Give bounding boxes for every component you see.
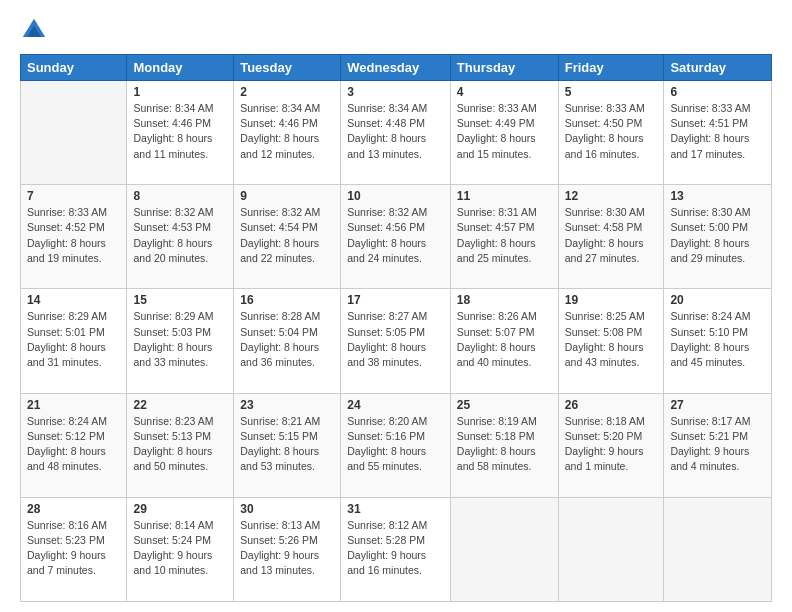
calendar-cell: 18Sunrise: 8:26 AM Sunset: 5:07 PM Dayli… — [450, 289, 558, 393]
calendar-cell: 11Sunrise: 8:31 AM Sunset: 4:57 PM Dayli… — [450, 185, 558, 289]
calendar-table: SundayMondayTuesdayWednesdayThursdayFrid… — [20, 54, 772, 602]
day-number: 4 — [457, 85, 552, 99]
day-number: 31 — [347, 502, 444, 516]
calendar-cell: 29Sunrise: 8:14 AM Sunset: 5:24 PM Dayli… — [127, 497, 234, 601]
day-number: 3 — [347, 85, 444, 99]
day-info: Sunrise: 8:18 AM Sunset: 5:20 PM Dayligh… — [565, 414, 658, 475]
calendar-cell: 1Sunrise: 8:34 AM Sunset: 4:46 PM Daylig… — [127, 81, 234, 185]
calendar-cell: 20Sunrise: 8:24 AM Sunset: 5:10 PM Dayli… — [664, 289, 772, 393]
day-number: 23 — [240, 398, 334, 412]
calendar-cell: 8Sunrise: 8:32 AM Sunset: 4:53 PM Daylig… — [127, 185, 234, 289]
day-number: 7 — [27, 189, 120, 203]
calendar-cell: 12Sunrise: 8:30 AM Sunset: 4:58 PM Dayli… — [558, 185, 664, 289]
calendar-cell: 13Sunrise: 8:30 AM Sunset: 5:00 PM Dayli… — [664, 185, 772, 289]
calendar-cell: 28Sunrise: 8:16 AM Sunset: 5:23 PM Dayli… — [21, 497, 127, 601]
day-info: Sunrise: 8:34 AM Sunset: 4:46 PM Dayligh… — [133, 101, 227, 162]
day-number: 22 — [133, 398, 227, 412]
day-number: 14 — [27, 293, 120, 307]
day-number: 27 — [670, 398, 765, 412]
calendar-cell: 9Sunrise: 8:32 AM Sunset: 4:54 PM Daylig… — [234, 185, 341, 289]
calendar-week-1: 1Sunrise: 8:34 AM Sunset: 4:46 PM Daylig… — [21, 81, 772, 185]
weekday-row: SundayMondayTuesdayWednesdayThursdayFrid… — [21, 55, 772, 81]
day-number: 10 — [347, 189, 444, 203]
calendar-cell — [558, 497, 664, 601]
day-number: 26 — [565, 398, 658, 412]
day-info: Sunrise: 8:33 AM Sunset: 4:52 PM Dayligh… — [27, 205, 120, 266]
calendar-cell: 30Sunrise: 8:13 AM Sunset: 5:26 PM Dayli… — [234, 497, 341, 601]
day-info: Sunrise: 8:20 AM Sunset: 5:16 PM Dayligh… — [347, 414, 444, 475]
day-info: Sunrise: 8:29 AM Sunset: 5:03 PM Dayligh… — [133, 309, 227, 370]
day-number: 16 — [240, 293, 334, 307]
weekday-header-monday: Monday — [127, 55, 234, 81]
day-info: Sunrise: 8:33 AM Sunset: 4:49 PM Dayligh… — [457, 101, 552, 162]
calendar-cell: 17Sunrise: 8:27 AM Sunset: 5:05 PM Dayli… — [341, 289, 451, 393]
calendar-cell: 19Sunrise: 8:25 AM Sunset: 5:08 PM Dayli… — [558, 289, 664, 393]
day-info: Sunrise: 8:14 AM Sunset: 5:24 PM Dayligh… — [133, 518, 227, 579]
day-info: Sunrise: 8:25 AM Sunset: 5:08 PM Dayligh… — [565, 309, 658, 370]
day-info: Sunrise: 8:32 AM Sunset: 4:54 PM Dayligh… — [240, 205, 334, 266]
day-info: Sunrise: 8:17 AM Sunset: 5:21 PM Dayligh… — [670, 414, 765, 475]
logo-icon — [20, 16, 48, 44]
calendar-header: SundayMondayTuesdayWednesdayThursdayFrid… — [21, 55, 772, 81]
calendar-cell: 14Sunrise: 8:29 AM Sunset: 5:01 PM Dayli… — [21, 289, 127, 393]
day-info: Sunrise: 8:32 AM Sunset: 4:56 PM Dayligh… — [347, 205, 444, 266]
day-info: Sunrise: 8:32 AM Sunset: 4:53 PM Dayligh… — [133, 205, 227, 266]
day-number: 5 — [565, 85, 658, 99]
calendar-cell — [664, 497, 772, 601]
day-number: 8 — [133, 189, 227, 203]
calendar-cell: 27Sunrise: 8:17 AM Sunset: 5:21 PM Dayli… — [664, 393, 772, 497]
day-number: 24 — [347, 398, 444, 412]
day-info: Sunrise: 8:28 AM Sunset: 5:04 PM Dayligh… — [240, 309, 334, 370]
calendar-cell: 7Sunrise: 8:33 AM Sunset: 4:52 PM Daylig… — [21, 185, 127, 289]
day-number: 13 — [670, 189, 765, 203]
day-number: 19 — [565, 293, 658, 307]
day-info: Sunrise: 8:33 AM Sunset: 4:51 PM Dayligh… — [670, 101, 765, 162]
weekday-header-tuesday: Tuesday — [234, 55, 341, 81]
calendar-week-5: 28Sunrise: 8:16 AM Sunset: 5:23 PM Dayli… — [21, 497, 772, 601]
calendar-cell: 22Sunrise: 8:23 AM Sunset: 5:13 PM Dayli… — [127, 393, 234, 497]
calendar-cell: 5Sunrise: 8:33 AM Sunset: 4:50 PM Daylig… — [558, 81, 664, 185]
day-number: 1 — [133, 85, 227, 99]
calendar-cell: 4Sunrise: 8:33 AM Sunset: 4:49 PM Daylig… — [450, 81, 558, 185]
logo — [20, 16, 52, 44]
calendar-cell: 2Sunrise: 8:34 AM Sunset: 4:46 PM Daylig… — [234, 81, 341, 185]
calendar-cell — [450, 497, 558, 601]
day-number: 30 — [240, 502, 334, 516]
day-number: 17 — [347, 293, 444, 307]
day-info: Sunrise: 8:26 AM Sunset: 5:07 PM Dayligh… — [457, 309, 552, 370]
calendar-cell: 16Sunrise: 8:28 AM Sunset: 5:04 PM Dayli… — [234, 289, 341, 393]
calendar-body: 1Sunrise: 8:34 AM Sunset: 4:46 PM Daylig… — [21, 81, 772, 602]
day-info: Sunrise: 8:12 AM Sunset: 5:28 PM Dayligh… — [347, 518, 444, 579]
page: SundayMondayTuesdayWednesdayThursdayFrid… — [0, 0, 792, 612]
day-number: 15 — [133, 293, 227, 307]
day-info: Sunrise: 8:16 AM Sunset: 5:23 PM Dayligh… — [27, 518, 120, 579]
calendar-cell — [21, 81, 127, 185]
day-number: 11 — [457, 189, 552, 203]
day-info: Sunrise: 8:33 AM Sunset: 4:50 PM Dayligh… — [565, 101, 658, 162]
day-number: 2 — [240, 85, 334, 99]
day-number: 20 — [670, 293, 765, 307]
day-info: Sunrise: 8:34 AM Sunset: 4:48 PM Dayligh… — [347, 101, 444, 162]
calendar-week-2: 7Sunrise: 8:33 AM Sunset: 4:52 PM Daylig… — [21, 185, 772, 289]
calendar: SundayMondayTuesdayWednesdayThursdayFrid… — [20, 54, 772, 602]
day-info: Sunrise: 8:21 AM Sunset: 5:15 PM Dayligh… — [240, 414, 334, 475]
calendar-cell: 23Sunrise: 8:21 AM Sunset: 5:15 PM Dayli… — [234, 393, 341, 497]
day-info: Sunrise: 8:23 AM Sunset: 5:13 PM Dayligh… — [133, 414, 227, 475]
day-number: 6 — [670, 85, 765, 99]
day-info: Sunrise: 8:30 AM Sunset: 5:00 PM Dayligh… — [670, 205, 765, 266]
calendar-week-3: 14Sunrise: 8:29 AM Sunset: 5:01 PM Dayli… — [21, 289, 772, 393]
day-number: 9 — [240, 189, 334, 203]
day-number: 29 — [133, 502, 227, 516]
day-number: 12 — [565, 189, 658, 203]
weekday-header-thursday: Thursday — [450, 55, 558, 81]
calendar-cell: 26Sunrise: 8:18 AM Sunset: 5:20 PM Dayli… — [558, 393, 664, 497]
calendar-cell: 10Sunrise: 8:32 AM Sunset: 4:56 PM Dayli… — [341, 185, 451, 289]
weekday-header-sunday: Sunday — [21, 55, 127, 81]
calendar-cell: 24Sunrise: 8:20 AM Sunset: 5:16 PM Dayli… — [341, 393, 451, 497]
day-info: Sunrise: 8:29 AM Sunset: 5:01 PM Dayligh… — [27, 309, 120, 370]
day-number: 25 — [457, 398, 552, 412]
weekday-header-saturday: Saturday — [664, 55, 772, 81]
calendar-cell: 25Sunrise: 8:19 AM Sunset: 5:18 PM Dayli… — [450, 393, 558, 497]
calendar-cell: 21Sunrise: 8:24 AM Sunset: 5:12 PM Dayli… — [21, 393, 127, 497]
calendar-cell: 15Sunrise: 8:29 AM Sunset: 5:03 PM Dayli… — [127, 289, 234, 393]
